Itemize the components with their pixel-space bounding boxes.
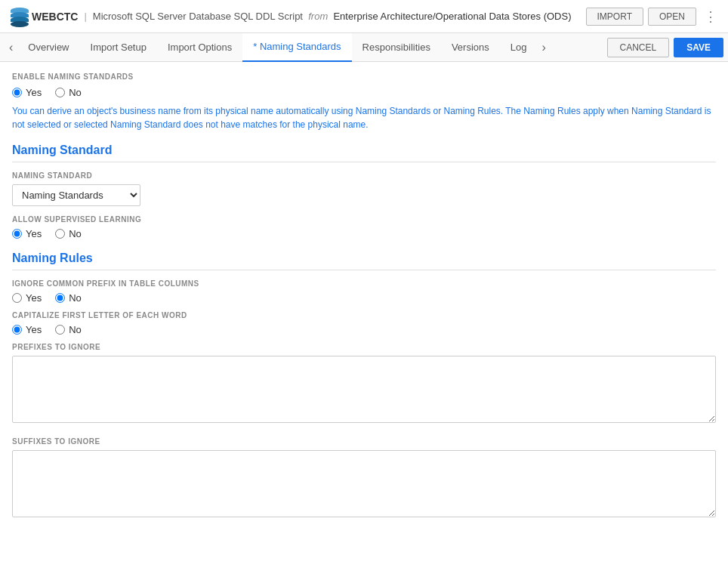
- tab-responsibilities[interactable]: Responsibilities: [352, 33, 441, 62]
- capitalize-radio-group: Yes No: [12, 324, 716, 335]
- naming-rules-section: Naming Rules IGNORE COMMON PREFIX IN TAB…: [12, 251, 716, 520]
- naming-standard-field-label: NAMING STANDARD: [12, 171, 716, 180]
- ignore-prefix-no-input[interactable]: [55, 293, 65, 303]
- info-text: You can derive an object's business name…: [12, 104, 716, 131]
- capitalize-yes-radio[interactable]: Yes: [12, 324, 42, 335]
- capitalize-no-input[interactable]: [55, 325, 65, 335]
- ignore-prefix-label: IGNORE COMMON PREFIX IN TABLE COLUMNS: [12, 279, 716, 288]
- allow-supervised-yes-input[interactable]: [12, 229, 22, 239]
- allow-supervised-no-label: No: [69, 228, 82, 239]
- capitalize-no-radio[interactable]: No: [55, 324, 82, 335]
- tab-naming-standards[interactable]: * Naming Standards: [242, 33, 351, 62]
- ignore-prefix-no-label: No: [69, 292, 82, 304]
- header-doc-info: Microsoft SQL Server Database SQL DDL Sc…: [93, 11, 572, 22]
- enable-yes-label: Yes: [26, 87, 42, 98]
- app-name: WEBCTC: [32, 11, 78, 23]
- cancel-button[interactable]: CANCEL: [607, 38, 670, 57]
- allow-supervised-yes-radio[interactable]: Yes: [12, 228, 42, 239]
- allow-supervised-radio-group: Yes No: [12, 228, 716, 239]
- doc-type: Microsoft SQL Server Database SQL DDL Sc…: [93, 11, 303, 22]
- suffixes-label: SUFFIXES TO IGNORE: [12, 437, 716, 446]
- capitalize-no-label: No: [69, 324, 82, 335]
- tab-import-setup[interactable]: Import Setup: [80, 33, 157, 62]
- tab-log[interactable]: Log: [500, 33, 538, 62]
- app-logo: [8, 5, 32, 29]
- import-button[interactable]: IMPORT: [586, 8, 643, 26]
- doc-path: Enterprise Architecture/Operational Data…: [333, 11, 571, 22]
- capitalize-yes-label: Yes: [26, 324, 42, 335]
- capitalize-yes-input[interactable]: [12, 325, 22, 335]
- tab-nav-prev[interactable]: ‹: [5, 33, 17, 62]
- ignore-prefix-yes-label: Yes: [26, 292, 42, 304]
- tab-import-options[interactable]: Import Options: [157, 33, 242, 62]
- allow-supervised-no-radio[interactable]: No: [55, 228, 82, 239]
- naming-rules-title: Naming Rules: [12, 251, 716, 270]
- more-options-icon[interactable]: ⋮: [701, 8, 720, 25]
- app-header: WEBCTC | Microsoft SQL Server Database S…: [0, 0, 728, 33]
- ignore-prefix-no-radio[interactable]: No: [55, 292, 82, 304]
- allow-supervised-yes-label: Yes: [26, 228, 42, 239]
- enable-naming-standards-radio-group: Yes No: [12, 87, 716, 98]
- enable-yes-input[interactable]: [12, 88, 22, 97]
- tab-actions: CANCEL SAVE: [607, 38, 723, 57]
- tab-overview[interactable]: Overview: [17, 33, 79, 62]
- allow-supervised-no-input[interactable]: [55, 229, 65, 239]
- prefixes-label: PREFIXES TO IGNORE: [12, 343, 716, 351]
- suffixes-textarea[interactable]: [12, 450, 716, 517]
- prefixes-textarea[interactable]: [12, 356, 716, 423]
- tab-bar: ‹ Overview Import Setup Import Options *…: [0, 33, 728, 62]
- ignore-prefix-yes-input[interactable]: [12, 293, 22, 303]
- save-button[interactable]: SAVE: [674, 38, 723, 57]
- enable-no-radio[interactable]: No: [55, 87, 82, 98]
- enable-naming-standards-label: ENABLE NAMING STANDARDS: [12, 73, 716, 81]
- enable-naming-standards-section: ENABLE NAMING STANDARDS Yes No You can d…: [12, 73, 716, 131]
- ignore-prefix-yes-radio[interactable]: Yes: [12, 292, 42, 304]
- enable-yes-radio[interactable]: Yes: [12, 87, 42, 98]
- enable-no-input[interactable]: [55, 88, 65, 97]
- naming-standard-title: Naming Standard: [12, 143, 716, 162]
- from-keyword: from: [308, 11, 328, 22]
- allow-supervised-label: ALLOW SUPERVISED LEARNING: [12, 215, 716, 224]
- main-content: ENABLE NAMING STANDARDS Yes No You can d…: [0, 62, 728, 577]
- enable-no-label: No: [69, 87, 82, 98]
- naming-standard-select[interactable]: Naming Standards None Custom: [12, 184, 140, 206]
- open-button[interactable]: OPEN: [648, 8, 696, 26]
- tab-versions[interactable]: Versions: [441, 33, 500, 62]
- capitalize-label: CAPITALIZE FIRST LETTER OF EACH WORD: [12, 311, 716, 319]
- tab-nav-next[interactable]: ›: [537, 33, 550, 62]
- svg-point-6: [11, 21, 29, 27]
- header-divider: |: [84, 11, 86, 22]
- header-actions: IMPORT OPEN ⋮: [586, 8, 720, 26]
- naming-standard-section: Naming Standard NAMING STANDARD Naming S…: [12, 143, 716, 239]
- ignore-prefix-radio-group: Yes No: [12, 292, 716, 304]
